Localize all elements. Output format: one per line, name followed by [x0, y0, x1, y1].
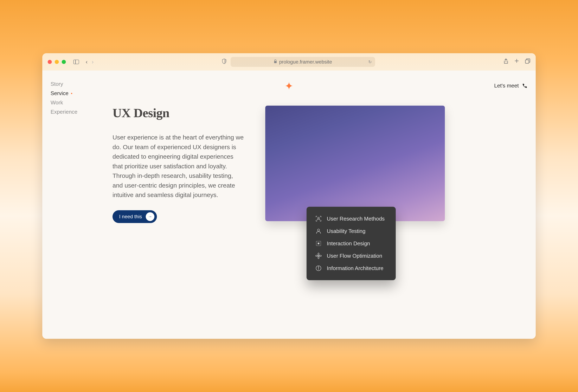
feature-item: User Research Methods: [315, 216, 385, 222]
feature-label: User Research Methods: [327, 216, 385, 222]
close-window-button[interactable]: [48, 60, 52, 64]
page-heading: UX Design: [112, 106, 245, 120]
i-need-this-button[interactable]: I need this →: [112, 210, 157, 223]
features-card: User Research Methods Usability Testing …: [307, 207, 396, 280]
cta-header-label: Let's meet: [494, 83, 519, 89]
phone-icon: [522, 83, 528, 88]
text-column: UX Design User experience is at the hear…: [112, 106, 245, 223]
flower-icon: [315, 253, 322, 259]
feature-label: Interaction Design: [327, 240, 370, 247]
button-label: I need this: [119, 214, 142, 219]
privacy-shield-icon[interactable]: [222, 59, 227, 65]
svg-point-6: [318, 255, 319, 257]
forward-button[interactable]: ›: [92, 59, 94, 65]
svg-point-9: [316, 255, 318, 257]
fullscreen-window-button[interactable]: [62, 60, 66, 64]
nav-item-story[interactable]: Story: [50, 81, 77, 87]
user-scan-icon: [315, 216, 322, 222]
nav-item-experience[interactable]: Experience: [50, 109, 77, 115]
main-content: UX Design User experience is at the hear…: [50, 106, 528, 223]
svg-point-2: [318, 217, 319, 219]
svg-point-7: [318, 253, 319, 255]
svg-point-3: [318, 229, 320, 231]
svg-point-13: [318, 267, 319, 267]
url-text: prologue.framer.website: [279, 59, 332, 65]
lets-meet-button[interactable]: Let's meet: [494, 83, 528, 89]
browser-toolbar: ‹ › prologue.framer.website ↻: [42, 53, 536, 71]
page-content: Story Service Work Experience Let's meet: [42, 71, 536, 339]
side-navigation: Story Service Work Experience: [50, 81, 77, 115]
navigation-arrows: ‹ ›: [86, 59, 94, 65]
svg-point-10: [319, 255, 321, 257]
svg-rect-0: [274, 61, 277, 63]
sidebar-toggle-icon[interactable]: [73, 60, 79, 64]
hero-gradient-image: [265, 106, 445, 221]
nav-label: Service: [50, 90, 69, 96]
svg-rect-5: [318, 243, 319, 244]
new-tab-icon[interactable]: [514, 58, 519, 66]
interaction-icon: [315, 240, 322, 247]
nav-item-service[interactable]: Service: [50, 90, 77, 96]
visual-column: User Research Methods Usability Testing …: [265, 106, 528, 223]
back-button[interactable]: ‹: [86, 59, 88, 65]
sparkle-logo-icon: [285, 81, 293, 91]
active-indicator-dot: [71, 93, 72, 94]
minimize-window-button[interactable]: [55, 60, 59, 64]
svg-point-8: [318, 257, 319, 259]
nav-label: Story: [50, 81, 63, 87]
feature-item: Interaction Design: [315, 240, 385, 247]
feature-item: Information Architecture: [315, 265, 385, 271]
browser-actions: [503, 58, 530, 66]
body-paragraph: User experience is at the heart of every…: [112, 133, 245, 200]
arrow-right-icon: →: [146, 212, 154, 221]
info-icon: [315, 265, 322, 271]
feature-label: User Flow Optimization: [327, 253, 382, 259]
person-icon: [315, 228, 322, 234]
reload-icon[interactable]: ↻: [368, 59, 372, 64]
nav-item-work[interactable]: Work: [50, 99, 77, 106]
feature-label: Usability Testing: [327, 228, 365, 234]
feature-item: Usability Testing: [315, 228, 385, 234]
lock-icon: [274, 59, 277, 65]
traffic-lights: [48, 60, 66, 64]
nav-label: Experience: [50, 109, 77, 115]
feature-item: User Flow Optimization: [315, 253, 385, 259]
nav-label: Work: [50, 99, 63, 106]
svg-rect-1: [525, 60, 529, 63]
tabs-overview-icon[interactable]: [525, 58, 530, 66]
share-icon[interactable]: [503, 58, 508, 66]
address-bar[interactable]: prologue.framer.website ↻: [231, 57, 375, 67]
feature-label: Information Architecture: [327, 265, 384, 271]
browser-window: ‹ › prologue.framer.website ↻: [42, 53, 536, 339]
address-bar-group: prologue.framer.website ↻: [98, 57, 499, 67]
